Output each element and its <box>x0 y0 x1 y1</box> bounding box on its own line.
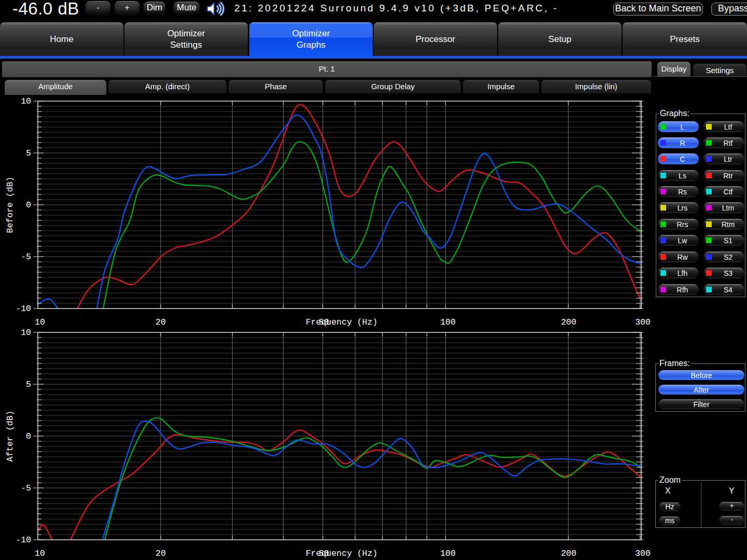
svg-text:10: 10 <box>21 328 31 338</box>
svg-text:10: 10 <box>35 549 45 558</box>
svg-text:10: 10 <box>21 96 31 106</box>
svg-text:Frequency (Hz): Frequency (Hz) <box>306 549 378 558</box>
svg-text:200: 200 <box>561 549 576 558</box>
svg-text:-5: -5 <box>21 483 31 493</box>
svg-text:Frequency (Hz): Frequency (Hz) <box>306 317 378 327</box>
svg-text:300: 300 <box>635 317 651 327</box>
svg-text:-10: -10 <box>16 535 31 545</box>
svg-text:10: 10 <box>35 317 45 327</box>
svg-text:Before (dB): Before (dB) <box>5 177 15 233</box>
svg-text:100: 100 <box>440 549 456 558</box>
svg-text:After (dB): After (dB) <box>5 410 15 461</box>
svg-text:20: 20 <box>156 549 166 558</box>
svg-text:0: 0 <box>26 431 31 441</box>
svg-text:100: 100 <box>440 317 456 327</box>
svg-text:5: 5 <box>26 148 31 158</box>
svg-text:200: 200 <box>561 317 576 327</box>
svg-text:300: 300 <box>635 549 651 558</box>
svg-text:20: 20 <box>156 317 166 327</box>
svg-text:-5: -5 <box>21 252 31 262</box>
svg-text:5: 5 <box>26 380 31 389</box>
svg-text:0: 0 <box>26 200 31 210</box>
svg-text:-10: -10 <box>16 304 31 314</box>
